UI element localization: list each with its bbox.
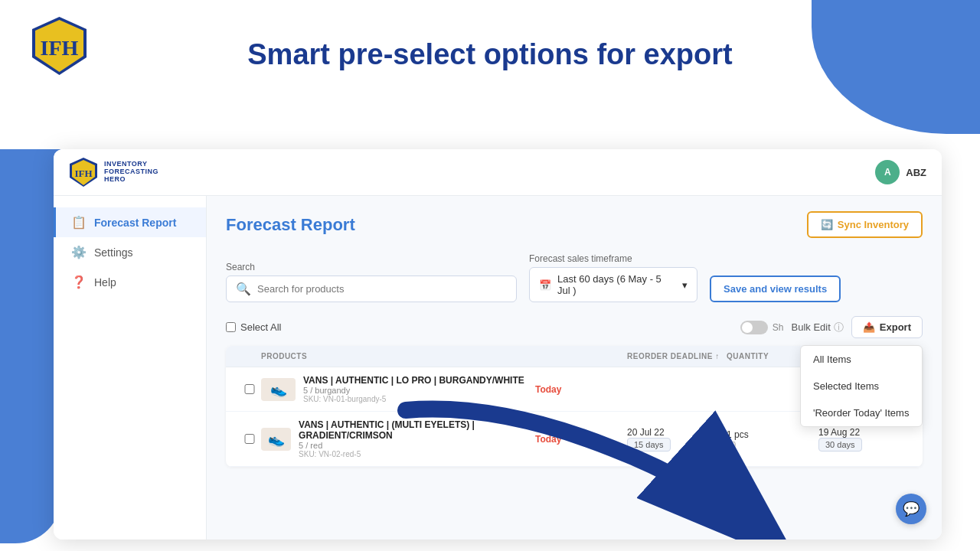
bulk-edit-button[interactable]: Bulk Edit ⓘ: [792, 321, 844, 334]
reorder-days-2: 15 days: [627, 438, 671, 452]
help-icon: ❓: [71, 275, 87, 289]
th-reorder-deadline: REORDER DEADLINE ↑: [627, 352, 727, 360]
product-variant-1: 5 / burgandy: [303, 386, 524, 395]
app-topbar: IFH INVENTORY FORECASTING HERO A ABZ: [54, 149, 942, 196]
export-dropdown: All Items Selected Items 'Reorder Today'…: [800, 345, 923, 427]
row-1-checkbox[interactable]: [238, 384, 261, 394]
reorder-date-2: 20 Jul 22: [627, 427, 727, 438]
th-reorder: [535, 352, 627, 360]
reorder-status-1: Today: [535, 384, 627, 395]
product-details-2: VANS | AUTHENTIC | (MULTI EYELETS) | GRA…: [299, 419, 535, 458]
export-reorder-today-items[interactable]: 'Reorder Today' Items: [801, 399, 922, 426]
top-logo: IFH: [31, 15, 88, 80]
product-name-2: VANS | AUTHENTIC | (MULTI EYELETS) | GRA…: [299, 419, 535, 441]
page-title: Forecast Report: [226, 215, 355, 235]
brand-shield-icon: IFH: [69, 157, 98, 187]
sidebar: 📋 Forecast Report ⚙️ Settings ❓ Help: [54, 196, 207, 540]
app-container: IFH INVENTORY FORECASTING HERO A ABZ 📋 F…: [54, 149, 942, 540]
reorder-status-2: Today: [535, 434, 627, 445]
product-image-2: 👟: [261, 428, 291, 451]
content-header: Forecast Report 🔄 Sync Inventory: [226, 211, 923, 238]
app-brand: IFH INVENTORY FORECASTING HERO: [69, 157, 158, 187]
export-all-items[interactable]: All Items: [801, 346, 922, 373]
calendar-icon: 📅: [539, 279, 551, 291]
product-info-2: 👟 VANS | AUTHENTIC | (MULTI EYELETS) | G…: [261, 419, 535, 458]
search-icon: 🔍: [236, 282, 251, 296]
timeframe-label: Forecast sales timeframe: [529, 253, 697, 264]
product-image-1: 👟: [261, 378, 296, 401]
product-sku-2: SKU: VN-02-red-5: [299, 450, 535, 458]
col5-date-2: 19 Aug 22: [818, 427, 910, 438]
search-input[interactable]: [257, 283, 507, 295]
th-products: PRODUCTS: [261, 352, 535, 360]
export-selected-items[interactable]: Selected Items: [801, 373, 922, 399]
chevron-down-icon: ▾: [682, 279, 688, 291]
settings-icon: ⚙️: [71, 245, 87, 259]
bulk-edit-info-icon: ⓘ: [834, 321, 844, 334]
product-info-1: 👟 VANS | AUTHENTIC | LO PRO | BURGANDY/W…: [261, 375, 535, 403]
avatar: A: [875, 160, 900, 184]
left-decorative-arc: [0, 149, 61, 543]
username: ABZ: [906, 167, 926, 178]
chat-widget-button[interactable]: 💬: [896, 494, 926, 524]
sync-inventory-button[interactable]: 🔄 Sync Inventory: [807, 211, 923, 238]
svg-text:IFH: IFH: [41, 36, 79, 60]
brand-text: INVENTORY FORECASTING HERO: [104, 161, 158, 184]
select-all-wrapper: Select All: [226, 321, 281, 333]
sidebar-item-help[interactable]: ❓ Help: [54, 267, 206, 297]
svg-text:IFH: IFH: [74, 168, 92, 179]
forecast-report-icon: 📋: [71, 215, 87, 230]
app-body: 📋 Forecast Report ⚙️ Settings ❓ Help For…: [54, 196, 942, 540]
qty-price-2: $0: [727, 440, 818, 449]
show-toggle[interactable]: [740, 321, 768, 334]
export-icon: 📤: [863, 321, 875, 333]
product-name-1: VANS | AUTHENTIC | LO PRO | BURGANDY/WHI…: [303, 375, 524, 386]
save-view-results-button[interactable]: Save and view results: [710, 276, 841, 302]
sidebar-item-label-help: Help: [94, 276, 116, 289]
reorder-deadline-2: 20 Jul 22 15 days: [627, 427, 727, 452]
main-content: Forecast Report 🔄 Sync Inventory Search …: [207, 196, 942, 540]
bulk-edit-label: Bulk Edit: [792, 321, 831, 333]
toggle-wrapper: Sh: [740, 321, 784, 334]
brand-line-3: HERO: [104, 176, 158, 184]
sidebar-item-forecast-report[interactable]: 📋 Forecast Report: [54, 207, 206, 237]
qty-value-2: 1 pcs: [727, 429, 818, 440]
sync-icon: 🔄: [821, 219, 833, 230]
filters-row: Search 🔍 Forecast sales timeframe 📅 Last…: [226, 253, 923, 302]
col5-2: 19 Aug 22 30 days: [818, 427, 910, 452]
quantity-2: 1 pcs $0: [727, 429, 818, 449]
product-details-1: VANS | AUTHENTIC | LO PRO | BURGANDY/WHI…: [303, 375, 524, 403]
th-check: [238, 352, 261, 360]
sidebar-item-settings[interactable]: ⚙️ Settings: [54, 237, 206, 267]
table-controls: Select All Sh Bulk Edit ⓘ: [226, 316, 923, 338]
search-filter-group: Search 🔍: [226, 262, 517, 302]
export-wrapper: 📤 Export All Items Selected Items 'Reord…: [851, 316, 923, 338]
product-sku-1: SKU: VN-01-burgandy-5: [303, 395, 524, 403]
export-button[interactable]: 📤 Export: [851, 316, 923, 338]
select-all-label: Select All: [240, 321, 281, 333]
col5-days-2: 30 days: [818, 438, 862, 452]
logo-shield-icon: IFH: [31, 15, 88, 77]
row-2-checkbox[interactable]: [238, 434, 261, 444]
toggle-label: Sh: [773, 322, 784, 333]
export-label: Export: [880, 321, 911, 333]
sidebar-item-label-forecast: Forecast Report: [94, 217, 176, 229]
search-input-wrapper[interactable]: 🔍: [226, 276, 517, 302]
timeframe-value: Last 60 days (6 May - 5 Jul ): [557, 273, 676, 296]
top-decorative-blob: [812, 0, 980, 134]
sidebar-item-label-settings: Settings: [94, 246, 133, 259]
toggle-knob: [742, 322, 753, 333]
timeframe-select[interactable]: 📅 Last 60 days (6 May - 5 Jul ) ▾: [529, 267, 697, 302]
search-label: Search: [226, 262, 517, 272]
app-user: A ABZ: [875, 160, 926, 184]
timeframe-filter-group: Forecast sales timeframe 📅 Last 60 days …: [529, 253, 697, 302]
select-all-checkbox[interactable]: [226, 322, 236, 332]
table-right-controls: Sh Bulk Edit ⓘ 📤 Export All Items: [740, 316, 923, 338]
top-section: IFH Smart pre-select options for export: [0, 0, 980, 134]
sync-btn-label: Sync Inventory: [838, 219, 909, 230]
product-variant-2: 5 / red: [299, 441, 535, 450]
